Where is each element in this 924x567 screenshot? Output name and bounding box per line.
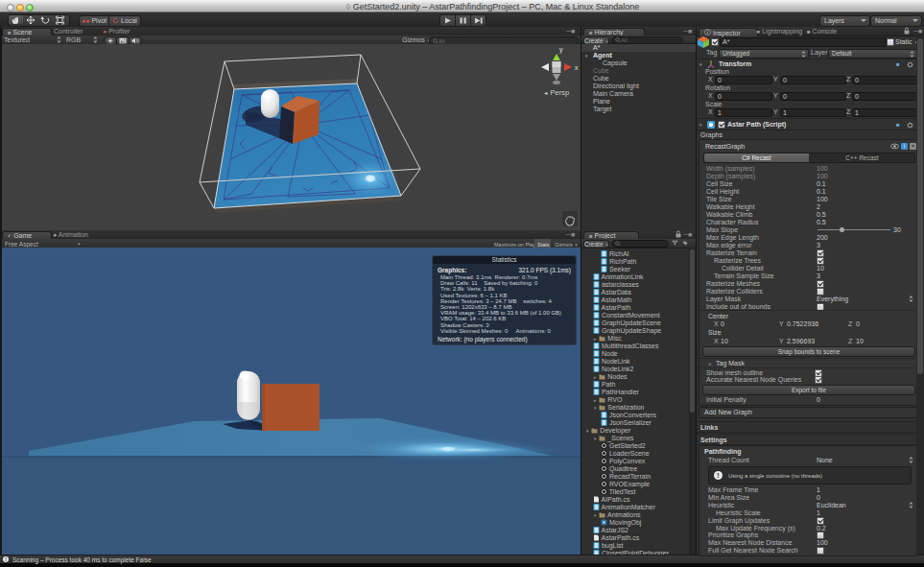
svg-text:y: y <box>559 46 563 54</box>
svg-text:x: x <box>575 64 579 71</box>
svg-text:◄ Persp: ◄ Persp <box>543 88 569 97</box>
